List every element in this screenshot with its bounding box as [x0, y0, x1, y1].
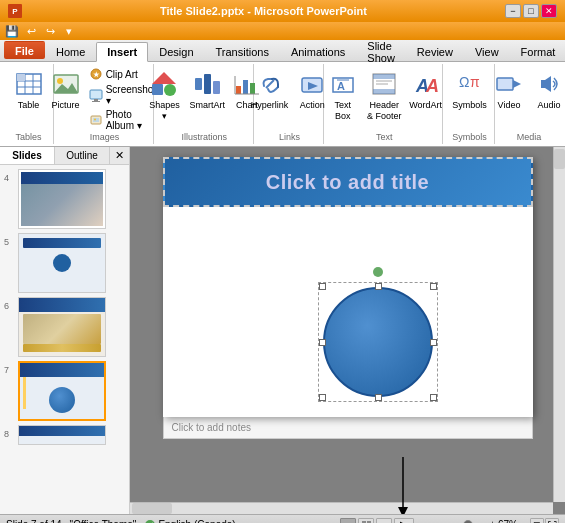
save-button[interactable]: 💾: [4, 23, 20, 39]
shape-selection-border: [318, 282, 438, 402]
slideshow-button[interactable]: ▶: [394, 518, 414, 524]
table-icon: [13, 68, 45, 100]
tab-home[interactable]: Home: [45, 41, 96, 61]
tab-format[interactable]: Format: [510, 41, 565, 61]
tab-file[interactable]: File: [4, 41, 45, 59]
clip-art-icon: ★: [89, 67, 103, 81]
tab-animations[interactable]: Animations: [280, 41, 356, 61]
vertical-scrollbar[interactable]: [553, 147, 565, 502]
handle-bottom-middle[interactable]: [375, 394, 382, 401]
handle-middle-right[interactable]: [430, 339, 437, 346]
handle-middle-left[interactable]: [319, 339, 326, 346]
slide-preview-4[interactable]: [18, 169, 106, 229]
tab-review[interactable]: Review: [406, 41, 464, 61]
images-group-label: Images: [90, 132, 120, 142]
svg-text:A: A: [337, 80, 345, 92]
ribbon: Table Tables Picture: [0, 62, 565, 147]
slide-thumbnail-6[interactable]: 6: [4, 297, 125, 357]
slide-thumbnail-4[interactable]: 4: [4, 169, 125, 229]
header-footer-button[interactable]: Header & Footer: [363, 66, 406, 124]
reading-view-button[interactable]: [376, 518, 392, 524]
zoom-in-button[interactable]: +: [489, 518, 496, 524]
text-box-icon: A: [327, 68, 359, 100]
close-button[interactable]: ✕: [541, 4, 557, 18]
sidebar-close-button[interactable]: ✕: [110, 147, 129, 164]
hyperlink-button[interactable]: Hyperlink: [248, 66, 292, 113]
tab-design[interactable]: Design: [148, 41, 204, 61]
slide-preview-7[interactable]: [18, 361, 106, 421]
tab-transitions[interactable]: Transitions: [205, 41, 280, 61]
svg-marker-43: [513, 80, 521, 88]
picture-button[interactable]: Picture: [48, 66, 84, 113]
handle-top-right[interactable]: [430, 283, 437, 290]
slide-thumbnail-8[interactable]: 8: [4, 425, 125, 445]
ribbon-group-tables: Table Tables: [4, 64, 54, 144]
symbols-button[interactable]: Ω π Symbols: [449, 66, 490, 113]
slide-sorter-icon: [361, 520, 371, 524]
slide-preview-6[interactable]: [18, 297, 106, 357]
tab-slideshow[interactable]: Slide Show: [356, 41, 406, 61]
svg-marker-44: [541, 76, 551, 92]
ribbon-group-media: Video Audio Media: [497, 64, 561, 144]
handle-rotate[interactable]: [373, 267, 383, 277]
svg-text:π: π: [470, 74, 480, 90]
svg-rect-35: [373, 89, 395, 94]
wordart-button[interactable]: A A WordArt: [408, 66, 444, 113]
maximize-button[interactable]: □: [523, 4, 539, 18]
slide-title-area[interactable]: Click to add title: [163, 157, 533, 207]
table-button[interactable]: Table: [10, 66, 48, 113]
slide-thumbnail-5[interactable]: 5: [4, 233, 125, 293]
tab-view[interactable]: View: [464, 41, 510, 61]
smartart-button[interactable]: SmartArt: [187, 66, 226, 113]
svg-rect-5: [17, 74, 25, 81]
slide-num-5: 5: [4, 233, 14, 247]
media-content: Video Audio: [490, 66, 565, 132]
tab-outline[interactable]: Outline: [55, 147, 110, 164]
fit-button[interactable]: ⊡: [530, 518, 544, 524]
normal-view-button[interactable]: [340, 518, 356, 524]
slide-preview-5[interactable]: [18, 233, 106, 293]
qat-dropdown[interactable]: ▾: [61, 23, 77, 39]
handle-top-left[interactable]: [319, 283, 326, 290]
status-bar: Slide 7 of 14 "Office Theme" English (Ca…: [0, 514, 565, 523]
video-button[interactable]: Video: [490, 66, 528, 113]
symbols-icon: Ω π: [454, 68, 486, 100]
symbols-group-label: Symbols: [452, 132, 487, 142]
zoom-level: 67%: [498, 519, 526, 523]
text-box-button[interactable]: A Text Box: [325, 66, 361, 124]
horizontal-scrollbar[interactable]: [130, 502, 553, 514]
slide-thumbnail-7[interactable]: 7: [4, 361, 125, 421]
redo-button[interactable]: ↪: [42, 23, 58, 39]
tab-slides[interactable]: Slides: [0, 147, 55, 164]
audio-button[interactable]: Audio: [530, 66, 565, 113]
tab-insert[interactable]: Insert: [96, 42, 148, 62]
smartart-label: SmartArt: [189, 100, 225, 111]
slide-body[interactable]: [163, 207, 533, 417]
shapes-button[interactable]: Shapes ▾: [144, 66, 186, 124]
fit-controls: ⊡ ⛶: [530, 518, 559, 524]
notes-bar[interactable]: Click to add notes: [163, 417, 533, 439]
slide-canvas[interactable]: Click to add title: [163, 157, 533, 417]
action-label: Action: [300, 100, 325, 111]
slide-preview-8[interactable]: [18, 425, 106, 445]
fullscreen-button[interactable]: ⛶: [545, 518, 559, 524]
svg-rect-21: [204, 74, 211, 94]
handle-bottom-left[interactable]: [319, 394, 326, 401]
zoom-out-button[interactable]: −: [418, 518, 425, 524]
header-footer-icon: [368, 68, 400, 100]
canvas-area[interactable]: Click to add title: [130, 147, 565, 514]
hyperlink-icon: [254, 68, 286, 100]
svg-marker-18: [152, 72, 176, 84]
slide-4-hotel-bg: [21, 172, 103, 226]
undo-button[interactable]: ↩: [23, 23, 39, 39]
zoom-thumb[interactable]: [463, 520, 473, 524]
slide-panel[interactable]: 4 5 6: [0, 165, 129, 514]
ribbon-tabs: File Home Insert Design Transitions Anim…: [0, 40, 565, 62]
handle-bottom-right[interactable]: [430, 394, 437, 401]
handle-top-middle[interactable]: [375, 283, 382, 290]
minimize-button[interactable]: −: [505, 4, 521, 18]
picture-icon: [50, 68, 82, 100]
slide-preview-strip: [23, 373, 26, 409]
slide-sorter-button[interactable]: [358, 518, 374, 524]
inserted-shape-container[interactable]: [323, 287, 433, 397]
